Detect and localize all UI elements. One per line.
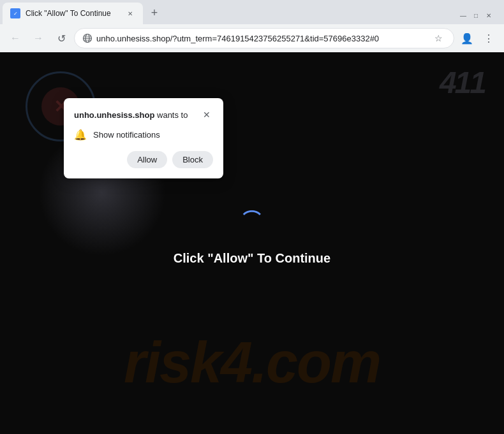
block-button[interactable]: Block <box>172 151 213 168</box>
notification-popup: unho.unhesiss.shop wants to ✕ 🔔 Show not… <box>64 98 223 178</box>
popup-title: unho.unhesiss.shop wants to <box>74 110 188 120</box>
browser-frame: ✓ Click "Allow" To Continue ✕ + — □ ✕ ← … <box>0 0 504 434</box>
page-content: ✕ 411 risk4.com unho.unhesiss.shop wants… <box>0 52 504 434</box>
popup-buttons: Allow Block <box>74 151 213 168</box>
maximize-button[interactable]: □ <box>471 10 481 20</box>
window-controls: — □ ✕ <box>458 10 499 24</box>
top-right-watermark: 411 <box>440 65 485 100</box>
active-tab[interactable]: ✓ Click "Allow" To Continue ✕ <box>3 3 143 24</box>
notification-label: Show notifications <box>93 130 160 140</box>
address-bar[interactable]: unho.unhesiss.shop/?utm_term=74619154237… <box>74 28 454 48</box>
window-close-button[interactable]: ✕ <box>484 10 494 20</box>
site-security-icon <box>82 33 93 43</box>
popup-header: unho.unhesiss.shop wants to ✕ <box>74 108 213 121</box>
new-tab-button[interactable]: + <box>145 4 163 22</box>
loading-spinner <box>239 210 265 235</box>
minimize-button[interactable]: — <box>458 10 468 20</box>
profile-button[interactable]: 👤 <box>457 28 477 48</box>
popup-domain: unho.unhesiss.shop <box>74 110 154 120</box>
spinner-area: Click "Allow" To Continue <box>174 210 330 265</box>
tabs-area: ✓ Click "Allow" To Continue ✕ + <box>3 3 458 24</box>
popup-title-suffix: wants to <box>154 110 188 120</box>
menu-button[interactable]: ⋮ <box>478 28 499 48</box>
reload-button[interactable]: ↺ <box>51 28 71 48</box>
url-text: unho.unhesiss.shop/?utm_term=74619154237… <box>96 34 427 43</box>
nav-bar: ← → ↺ unho.unhesiss.shop/?utm_term=74619… <box>0 24 504 52</box>
tab-bar: ✓ Click "Allow" To Continue ✕ + — □ ✕ <box>0 0 504 24</box>
tab-close-button[interactable]: ✕ <box>125 8 135 18</box>
forward-button[interactable]: → <box>28 28 48 48</box>
bookmark-button[interactable]: ☆ <box>431 31 446 46</box>
back-button[interactable]: ← <box>5 28 26 48</box>
bell-icon: 🔔 <box>74 129 87 141</box>
tab-favicon: ✓ <box>10 8 20 18</box>
click-allow-text: Click "Allow" To Continue <box>174 250 330 265</box>
nav-right-buttons: 👤 ⋮ <box>457 28 499 48</box>
allow-button[interactable]: Allow <box>127 151 167 168</box>
popup-notification-row: 🔔 Show notifications <box>74 129 213 141</box>
popup-close-button[interactable]: ✕ <box>200 108 213 121</box>
tab-title: Click "Allow" To Continue <box>26 9 120 18</box>
watermark-text: risk4.com <box>0 330 504 396</box>
